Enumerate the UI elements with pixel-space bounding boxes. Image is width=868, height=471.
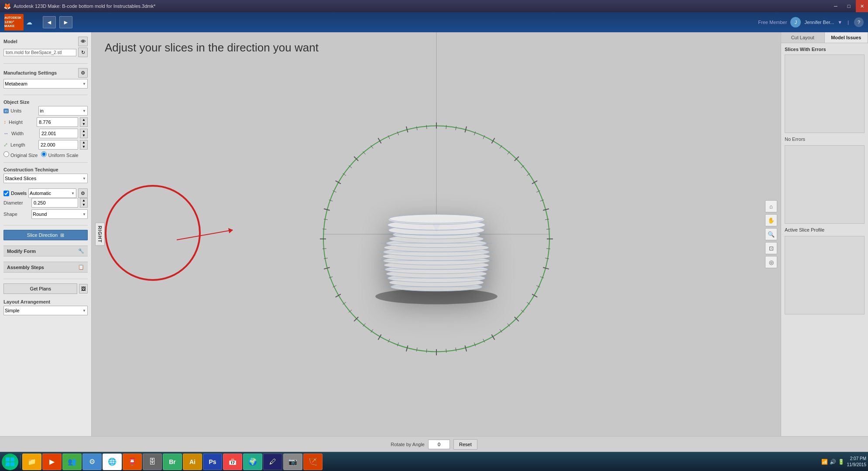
svg-line-44 xyxy=(363,324,365,327)
original-size-radio[interactable] xyxy=(3,151,9,157)
manufacturing-label: Manufacturing Settings ⚙ xyxy=(3,68,88,78)
diameter-input[interactable] xyxy=(31,198,78,208)
manufacturing-settings-button[interactable]: ⚙ xyxy=(78,68,88,78)
taskbar-notes[interactable]: 🖊 xyxy=(263,454,282,470)
uniform-scale-radio-label[interactable]: Uniform Scale xyxy=(41,151,78,158)
main-toolbar: AUTODESK 123D° MAKE ☁ ◄ ► Free Member J … xyxy=(0,12,868,32)
svg-line-9 xyxy=(514,157,518,161)
network-icon: 📶 xyxy=(821,459,828,465)
pan-button[interactable]: ✋ xyxy=(765,214,777,226)
svg-line-67 xyxy=(388,135,390,139)
modify-form-header[interactable]: Modify Form 🔧 xyxy=(3,246,88,256)
length-input[interactable] xyxy=(38,140,78,150)
taskbar-settings[interactable]: ⚙ xyxy=(82,454,102,470)
uniform-scale-radio[interactable] xyxy=(41,151,47,157)
svg-line-63 xyxy=(354,157,358,161)
svg-line-23 xyxy=(536,286,540,287)
user-name[interactable]: Jennifer Ber... xyxy=(804,20,834,25)
slice-direction-button[interactable]: Slice Direction ⊞ xyxy=(3,230,88,240)
perspective-button[interactable]: ◎ xyxy=(765,256,777,268)
get-plans-icon[interactable]: 🖼 xyxy=(79,284,88,294)
system-clock: 2:07 PM 11/9/2015 xyxy=(847,456,867,468)
help-button[interactable]: ? xyxy=(854,17,864,27)
taskbar-mail[interactable]: 📮 xyxy=(123,454,142,470)
taskbar-drive[interactable]: 🗄 xyxy=(143,454,162,470)
taskbar-browser[interactable]: 🌍 xyxy=(243,454,262,470)
layout-label: Layout Arrangement xyxy=(3,299,88,304)
undo-button[interactable]: ◄ xyxy=(43,16,56,28)
minimize-button[interactable]: ─ xyxy=(830,0,842,12)
taskbar-people[interactable]: 👥 xyxy=(62,454,82,470)
width-input[interactable] xyxy=(39,129,78,138)
home-view-button[interactable]: ⌂ xyxy=(765,200,777,212)
height-icon: ↕ xyxy=(3,119,6,125)
svg-line-39 xyxy=(406,345,408,352)
svg-line-47 xyxy=(343,302,346,304)
diameter-spinner[interactable]: ▲▼ xyxy=(80,198,88,208)
tab-model-issues[interactable]: Model Issues xyxy=(825,32,868,43)
layout-select[interactable]: Simple Advanced xyxy=(3,306,88,315)
zoom-button[interactable]: 🔍 xyxy=(765,228,777,240)
annotation-arrow xyxy=(177,229,233,240)
taskbar-bridge[interactable]: Br xyxy=(163,454,182,470)
dowels-checkbox[interactable] xyxy=(3,191,9,196)
assembly-steps-header[interactable]: Assembly Steps 📋 xyxy=(3,262,88,273)
tab-cut-layout[interactable]: Cut Layout xyxy=(781,32,825,43)
width-spinner[interactable]: ▲▼ xyxy=(80,129,88,138)
svg-line-62 xyxy=(349,165,352,168)
units-label: Units xyxy=(10,108,37,113)
taskbar-media[interactable]: ▶ xyxy=(42,454,62,470)
svg-line-57 xyxy=(324,209,330,211)
height-spinner[interactable]: ▲▼ xyxy=(80,117,88,127)
model-visibility-button[interactable]: 👁 xyxy=(78,37,88,46)
machine-select[interactable]: Metabeam xyxy=(3,79,88,89)
canvas-area[interactable]: Adjust your slices in the direction you … xyxy=(92,32,781,436)
dowels-settings-icon[interactable]: ⚙ xyxy=(78,188,88,198)
shape-select[interactable]: Round Square xyxy=(31,209,88,219)
model-label: Model 👁 xyxy=(3,37,88,46)
svg-line-64 xyxy=(363,151,365,154)
taskbar-autodesk[interactable]: 🏹 xyxy=(303,454,322,470)
original-size-radio-label[interactable]: Original Size xyxy=(3,151,38,158)
maximize-button[interactable]: □ xyxy=(843,0,855,12)
modify-form-section: Modify Form 🔧 xyxy=(0,244,91,260)
units-select[interactable]: in cm mm xyxy=(38,106,88,116)
get-plans-button[interactable]: Get Plans xyxy=(3,283,77,294)
user-avatar: J xyxy=(790,17,801,27)
svg-line-69 xyxy=(406,126,408,133)
taskbar: 📁 ▶ 👥 ⚙ 🌐 📮 🗄 Br Ai Ps 📅 🌍 🖊 📷 🏹 📶 🔊 🔋 2… xyxy=(0,452,868,471)
close-button[interactable]: ✕ xyxy=(856,0,868,12)
dowels-select[interactable]: Automatic Manual xyxy=(28,188,76,198)
taskbar-calendar[interactable]: 📅 xyxy=(223,454,242,470)
system-icons: 📶 🔊 🔋 xyxy=(821,459,844,465)
svg-line-24 xyxy=(532,294,537,297)
taskbar-illustrator[interactable]: Ai xyxy=(183,454,202,470)
no-errors-area xyxy=(785,145,865,224)
user-dropdown-icon[interactable]: ▼ xyxy=(837,20,842,25)
rotate-angle-input[interactable] xyxy=(428,440,450,449)
height-input[interactable] xyxy=(37,117,78,127)
svg-line-65 xyxy=(371,145,373,148)
taskbar-file-explorer[interactable]: 📁 xyxy=(22,454,41,470)
reset-button[interactable]: Reset xyxy=(453,439,477,450)
free-member-label: Free Member xyxy=(758,20,787,25)
window-title: Autodesk 123D Make: B-code bottom mold f… xyxy=(14,3,155,9)
svg-line-30 xyxy=(491,334,494,340)
technique-select[interactable]: Stacked Slices Interlocked Slices Curve … xyxy=(3,174,88,183)
redo-button[interactable]: ► xyxy=(59,16,72,28)
taskbar-chrome[interactable]: 🌐 xyxy=(103,454,122,470)
units-icon: in xyxy=(3,109,9,113)
taskbar-photos[interactable]: 📷 xyxy=(283,454,302,470)
height-row: ↕ Height ▲▼ xyxy=(3,117,88,127)
slices-errors-area xyxy=(785,55,865,133)
frame-button[interactable]: ⊡ xyxy=(765,242,777,254)
svg-rect-97 xyxy=(6,457,10,461)
start-button[interactable] xyxy=(2,454,18,470)
taskbar-photoshop[interactable]: Ps xyxy=(203,454,222,470)
svg-line-4 xyxy=(474,132,475,135)
svg-line-50 xyxy=(329,276,332,278)
right-view-button[interactable]: RIGHT xyxy=(95,222,105,246)
length-spinner[interactable]: ▲▼ xyxy=(80,140,88,150)
slice-direction-section: Slice Direction ⊞ xyxy=(0,228,91,244)
model-reload-button[interactable]: ↻ xyxy=(78,48,88,57)
